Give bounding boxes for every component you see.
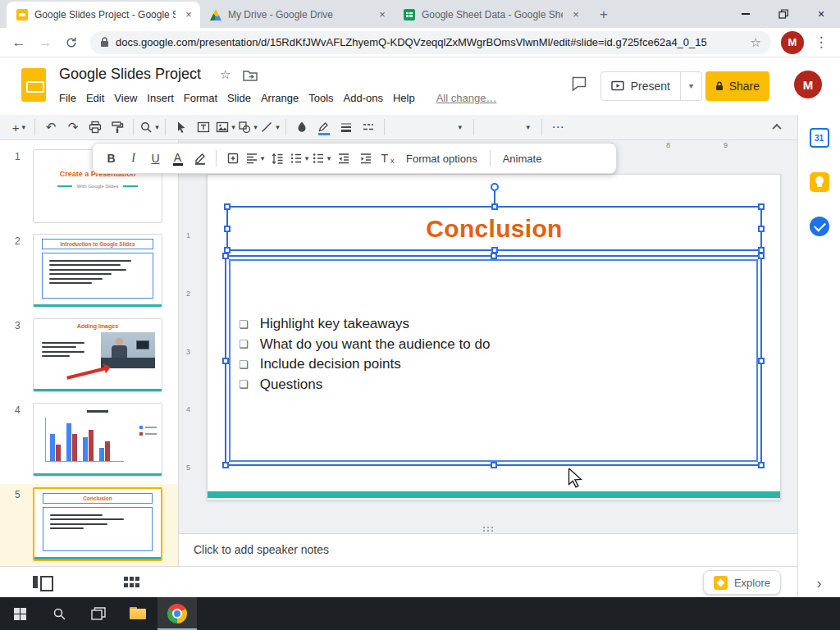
tab-close-icon[interactable]: × [182,8,195,21]
selection-handle[interactable] [758,253,765,259]
insert-line-button[interactable]: ▾ [259,116,281,138]
caret-down-icon[interactable]: ▾ [327,154,331,162]
bookmark-star-icon[interactable]: ☆ [751,35,761,50]
chrome-taskbar-button[interactable] [158,597,197,630]
new-slide-button[interactable]: +▾ [8,116,30,138]
caret-down-icon[interactable]: ▾ [22,123,26,131]
browser-menu-icon[interactable]: ⋮ [809,30,833,55]
notes-resize-handle[interactable] [483,527,495,533]
caret-down-icon[interactable]: ▾ [231,123,235,131]
selection-handle[interactable] [491,462,497,468]
menu-edit[interactable]: Edit [81,89,109,107]
hide-menus-button[interactable] [768,118,786,136]
file-explorer-button[interactable] [118,597,158,630]
selection-handle[interactable] [758,226,765,232]
menu-slide[interactable]: Slide [222,89,256,107]
start-button[interactable] [0,597,39,630]
menu-help[interactable]: Help [388,89,420,107]
slide-editor[interactable]: Conclusion ❏Highlight key takeaways ❏Wha… [207,174,781,500]
clear-formatting-button[interactable]: Tx [377,148,398,169]
comments-button[interactable] [571,75,587,95]
border-color-button[interactable] [313,116,335,138]
move-to-folder-icon[interactable] [243,70,258,84]
selection-handle[interactable] [758,462,765,468]
italic-button[interactable]: I [123,148,144,169]
keep-icon[interactable] [810,172,829,192]
speaker-notes-placeholder[interactable]: Click to add speaker notes [179,534,797,556]
menu-tools[interactable]: Tools [304,89,338,107]
back-button[interactable]: ← [7,30,31,55]
tab-google-slides[interactable]: Google Slides Project - Google Slides × [7,2,200,28]
window-close-button[interactable]: × [802,0,840,28]
address-bar[interactable]: ☆ [90,31,771,54]
slide-body-textbox[interactable]: ❏Highlight key takeaways ❏What do you wa… [225,255,762,466]
print-button[interactable] [84,116,106,138]
tasks-icon[interactable] [810,217,829,236]
insert-image-button[interactable]: ▾ [215,116,236,138]
bulleted-list-button[interactable]: ▾ [311,148,331,169]
tab-close-icon[interactable]: × [376,8,389,21]
present-button[interactable]: Present [601,80,680,93]
fill-color-button[interactable] [291,116,313,138]
paint-format-button[interactable] [107,116,128,138]
slide-thumbnail-2[interactable]: Introduction to Google Slides [33,234,162,308]
star-document-icon[interactable]: ☆ [220,67,231,82]
numbered-list-button[interactable]: ▾ [289,148,309,169]
tab-google-sheets[interactable]: Google Sheet Data - Google Sheets × [394,2,587,28]
calendar-icon[interactable]: 31 [810,128,829,148]
window-minimize-button[interactable] [727,0,765,28]
insert-placeholder-button[interactable] [222,148,243,169]
caret-down-icon[interactable]: ▾ [261,154,265,162]
selection-handle[interactable] [222,462,229,468]
bold-button[interactable]: B [101,148,121,169]
caret-down-icon[interactable]: ▾ [155,123,159,131]
slide-title-textbox[interactable]: Conclusion [226,206,762,251]
share-button[interactable]: Share [705,71,769,101]
hide-side-panel-button[interactable]: › [798,575,840,592]
underline-button[interactable]: U [145,148,166,169]
window-restore-button[interactable] [765,0,802,28]
undo-button[interactable]: ↶ [40,116,62,138]
selection-handle[interactable] [222,253,229,259]
increase-indent-button[interactable] [355,148,376,169]
menu-view[interactable]: View [109,89,142,107]
slide-thumbnail-5[interactable]: Conclusion [33,487,162,561]
selection-handle[interactable] [224,226,231,232]
forward-button[interactable]: → [33,30,57,55]
menu-arrange[interactable]: Arrange [256,89,304,107]
browser-profile-avatar[interactable]: M [781,31,804,54]
rotate-handle[interactable] [491,183,499,191]
menu-addons[interactable]: Add-ons [339,89,388,107]
border-dash-button[interactable] [358,116,379,138]
animate-button[interactable]: Animate [496,153,549,165]
select-tool-button[interactable] [171,116,192,138]
caret-down-icon[interactable]: ▾ [276,123,280,131]
slides-logo-icon[interactable] [21,68,46,102]
account-avatar[interactable]: M [794,71,822,98]
selection-handle[interactable] [222,358,229,364]
line-spacing-button[interactable] [267,148,287,169]
refresh-button[interactable] [59,30,84,55]
selection-handle[interactable] [491,203,498,210]
tab-close-icon[interactable]: × [569,8,582,21]
slide-thumbnail-4[interactable] [33,403,162,477]
highlight-color-button[interactable] [189,148,210,169]
all-changes-saved-link[interactable]: All change… [431,89,502,107]
redo-button[interactable]: ↷ [62,116,84,138]
speaker-notes-panel[interactable]: Click to add speaker notes [179,533,797,566]
text-box-button[interactable] [193,116,214,138]
document-title[interactable]: Google Slides Project [59,66,201,83]
border-weight-button[interactable] [336,116,357,138]
menu-format[interactable]: Format [179,89,222,107]
tab-google-drive[interactable]: My Drive - Google Drive × [200,2,394,28]
new-tab-button[interactable]: + [592,3,615,26]
align-button[interactable]: ▾ [244,148,265,169]
present-options-button[interactable]: ▾ [680,72,701,100]
filmstrip-view-button[interactable] [33,575,52,590]
insert-shape-button[interactable]: ▾ [237,116,258,138]
more-toolbar-button[interactable]: ⋯ [547,116,568,138]
format-options-button[interactable]: Format options [399,153,484,165]
selection-handle[interactable] [224,203,231,210]
font-family-dropdown[interactable]: ▾ [390,116,468,138]
selection-handle[interactable] [758,358,765,364]
